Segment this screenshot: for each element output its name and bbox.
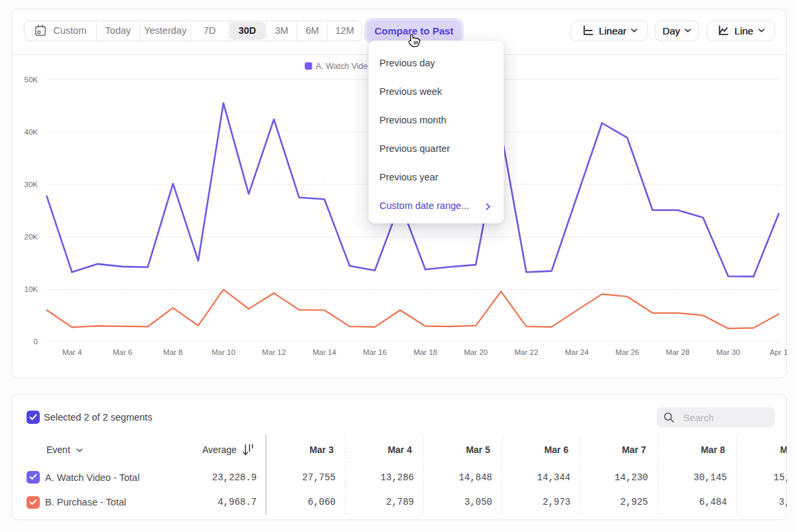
svg-text:Mar 4: Mar 4 xyxy=(62,348,82,356)
svg-text:0: 0 xyxy=(34,338,38,346)
svg-text:Apr 1: Apr 1 xyxy=(769,348,788,356)
svg-text:10K: 10K xyxy=(25,285,38,293)
svg-text:Mar 16: Mar 16 xyxy=(363,348,387,356)
svg-text:Mar 6: Mar 6 xyxy=(113,348,132,356)
svg-text:Mar 12: Mar 12 xyxy=(262,348,286,356)
svg-text:20K: 20K xyxy=(25,233,38,241)
svg-text:Mar 22: Mar 22 xyxy=(515,348,539,356)
svg-text:50K: 50K xyxy=(25,76,38,84)
svg-text:Mar 26: Mar 26 xyxy=(616,348,639,356)
svg-text:40K: 40K xyxy=(25,128,38,136)
svg-text:30K: 30K xyxy=(25,180,38,188)
svg-text:Mar 20: Mar 20 xyxy=(464,348,488,356)
svg-text:Mar 14: Mar 14 xyxy=(312,348,336,356)
svg-text:Mar 10: Mar 10 xyxy=(212,348,235,356)
svg-text:Mar 24: Mar 24 xyxy=(565,348,589,356)
svg-text:Mar 8: Mar 8 xyxy=(163,348,182,356)
svg-text:Mar 30: Mar 30 xyxy=(716,348,740,356)
svg-text:Mar 18: Mar 18 xyxy=(413,348,437,356)
svg-text:Mar 28: Mar 28 xyxy=(666,348,690,356)
